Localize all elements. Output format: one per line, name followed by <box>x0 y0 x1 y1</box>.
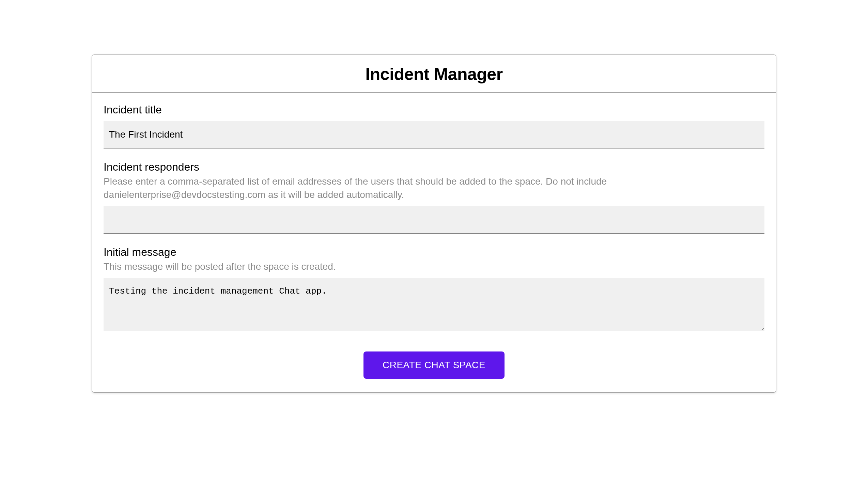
page-title: Incident Manager <box>103 64 765 84</box>
incident-title-group: Incident title <box>104 104 764 148</box>
incident-manager-card: Incident Manager Incident title Incident… <box>92 54 776 393</box>
card-body: Incident title Incident responders Pleas… <box>92 93 776 392</box>
incident-responders-group: Incident responders Please enter a comma… <box>104 161 764 234</box>
initial-message-textarea[interactable]: Testing the incident management Chat app… <box>104 278 764 331</box>
create-chat-space-button[interactable]: CREATE CHAT SPACE <box>363 351 505 379</box>
incident-title-input[interactable] <box>104 121 764 148</box>
incident-responders-input[interactable] <box>104 206 764 234</box>
incident-responders-label: Incident responders <box>104 161 764 173</box>
initial-message-label: Initial message <box>104 246 764 259</box>
initial-message-group: Initial message This message will be pos… <box>104 246 764 332</box>
button-row: CREATE CHAT SPACE <box>104 351 764 379</box>
incident-title-label: Incident title <box>104 104 764 116</box>
incident-responders-helper: Please enter a comma-separated list of e… <box>104 175 764 201</box>
card-header: Incident Manager <box>92 55 776 93</box>
initial-message-helper: This message will be posted after the sp… <box>104 260 764 273</box>
